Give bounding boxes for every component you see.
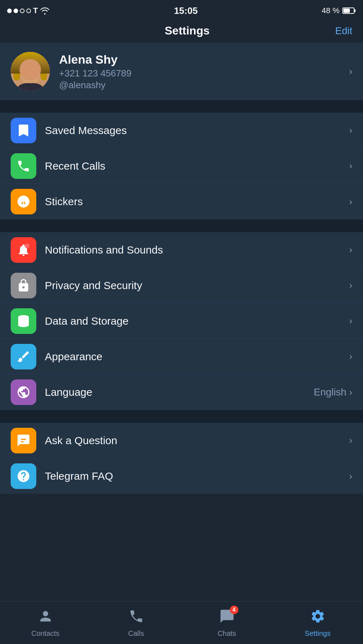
tab-calls[interactable]: Calls [91, 602, 182, 644]
status-right: 48 % [322, 6, 356, 15]
data-storage-label: Data and Storage [45, 315, 349, 327]
tab-contacts[interactable]: Contacts [0, 602, 91, 644]
section-3-list: Ask a Question › Telegram FAQ › [0, 423, 363, 494]
ask-question-label: Ask a Question [45, 435, 349, 447]
settings-icon [310, 608, 326, 627]
language-item[interactable]: Language English › [0, 374, 363, 410]
stickers-chevron: › [349, 196, 352, 207]
globe-icon [16, 385, 31, 399]
contacts-icon [38, 608, 53, 627]
dot3 [20, 9, 25, 13]
telegram-faq-label: Telegram FAQ [45, 470, 349, 482]
data-storage-chevron: › [349, 315, 352, 326]
chats-icon: 4 [219, 608, 235, 627]
appearance-label: Appearance [45, 351, 349, 363]
saved-messages-item[interactable]: Saved Messages › [0, 113, 363, 148]
saved-messages-chevron: › [349, 125, 352, 136]
privacy-chevron: › [349, 280, 352, 291]
stickers-icon-bg [11, 189, 36, 214]
notifications-chevron: › [349, 244, 352, 255]
calls-tab-label: Calls [128, 629, 144, 638]
section-1-list: Saved Messages › Recent Calls › Stickers… [0, 113, 363, 219]
privacy-label: Privacy and Security [45, 280, 349, 292]
edit-button[interactable]: Edit [335, 25, 352, 37]
telegram-faq-icon-bg [11, 463, 36, 489]
section-2-list: Notifications and Sounds › Privacy and S… [0, 232, 363, 410]
data-storage-item[interactable]: Data and Storage › [0, 303, 363, 339]
chat-bubble-icon [16, 433, 31, 448]
battery-icon [342, 7, 356, 14]
question-icon [16, 469, 31, 483]
privacy-item[interactable]: Privacy and Security › [0, 268, 363, 303]
profile-section[interactable]: Alena Shy +321 123 456789 @alenashy › [0, 43, 363, 100]
ask-question-chevron: › [349, 435, 352, 446]
svg-point-8 [25, 70, 28, 73]
svg-rect-2 [354, 9, 356, 12]
svg-point-7 [20, 62, 40, 85]
svg-point-9 [33, 70, 36, 73]
privacy-icon-bg [11, 273, 36, 298]
dot1 [7, 9, 12, 13]
recent-calls-icon [11, 153, 36, 179]
chats-badge: 4 [230, 606, 238, 614]
dot2 [14, 9, 18, 13]
status-bar: T 15:05 48 % [0, 0, 363, 21]
recent-calls-label: Recent Calls [45, 160, 349, 172]
sticker-icon [16, 195, 31, 209]
carrier-label: T [33, 6, 38, 15]
svg-rect-1 [343, 9, 350, 13]
section-gap-3 [0, 410, 363, 423]
nav-bar: Settings Edit [0, 21, 363, 43]
avatar [11, 52, 50, 91]
notifications-item[interactable]: Notifications and Sounds › [0, 232, 363, 268]
recent-calls-chevron: › [349, 160, 352, 171]
bookmark-icon [16, 123, 31, 138]
tab-chats[interactable]: 4 Chats [182, 602, 272, 644]
svg-rect-6 [41, 63, 47, 80]
brush-icon [16, 350, 31, 364]
profile-chevron: › [349, 66, 352, 77]
ask-question-item[interactable]: Ask a Question › [0, 423, 363, 458]
gear-tab-icon [310, 608, 326, 624]
svg-rect-5 [14, 63, 20, 80]
appearance-item[interactable]: Appearance › [0, 339, 363, 374]
appearance-chevron: › [349, 351, 352, 362]
page-title: Settings [165, 24, 210, 37]
telegram-faq-item[interactable]: Telegram FAQ › [0, 458, 363, 494]
bell-icon [16, 243, 31, 257]
battery-text: 48 % [322, 6, 340, 15]
profile-phone: +321 123 456789 [59, 68, 349, 79]
profile-name: Alena Shy [59, 53, 349, 66]
avatar-image [11, 52, 50, 91]
language-icon-bg [11, 379, 36, 405]
ask-question-icon-bg [11, 428, 36, 453]
stickers-label: Stickers [45, 196, 349, 208]
data-storage-icon-bg [11, 308, 36, 334]
svg-point-10 [25, 243, 29, 248]
profile-info: Alena Shy +321 123 456789 @alenashy [59, 53, 349, 91]
person-icon [38, 608, 53, 624]
svg-point-4 [15, 52, 45, 76]
section-gap-1 [0, 100, 363, 113]
status-left: T [7, 6, 50, 15]
notifications-icon-bg [11, 237, 36, 263]
profile-username: @alenashy [59, 80, 349, 91]
tab-settings[interactable]: Settings [272, 602, 363, 644]
stickers-item[interactable]: Stickers › [0, 184, 363, 219]
tab-bar: Contacts Calls 4 Chats Settings [0, 601, 363, 644]
phone-tab-icon [128, 608, 144, 624]
saved-messages-label: Saved Messages [45, 124, 349, 137]
phone-icon [16, 159, 31, 173]
saved-messages-icon [11, 118, 36, 143]
recent-calls-item[interactable]: Recent Calls › [0, 148, 363, 184]
language-chevron: › [349, 387, 352, 398]
notifications-label: Notifications and Sounds [45, 244, 349, 256]
settings-tab-label: Settings [305, 629, 330, 638]
section-gap-2 [0, 219, 363, 232]
status-time: 15:05 [174, 5, 198, 16]
calls-icon [128, 608, 144, 627]
contacts-tab-label: Contacts [31, 629, 59, 638]
chats-tab-label: Chats [217, 629, 236, 638]
database-icon [16, 314, 31, 328]
avatar-svg [11, 52, 50, 91]
